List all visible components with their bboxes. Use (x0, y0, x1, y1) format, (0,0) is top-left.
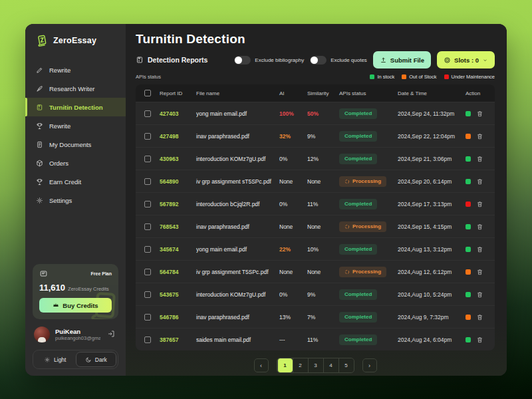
action-cell (466, 313, 495, 321)
buy-credits-button[interactable]: Buy Credits (39, 298, 112, 313)
action-cell (466, 178, 495, 186)
credits-unit: ZeroEssay Credits (68, 286, 109, 292)
report-id[interactable]: 427403 (160, 110, 196, 117)
credit-card-icon (39, 269, 48, 278)
prev-page-button[interactable]: ‹ (254, 358, 269, 372)
toggle-switch[interactable] (310, 56, 327, 65)
page-button[interactable]: 5 (338, 358, 354, 372)
ai-percent: 0% (279, 291, 307, 298)
sidebar-item[interactable]: Orders (25, 154, 126, 172)
similarity-percent: None (307, 178, 339, 185)
api-stock-indicator (466, 201, 471, 207)
page-title: Turnitin Detection (136, 32, 495, 47)
report-id[interactable]: 427498 (160, 133, 196, 140)
theme-light-label: Light (54, 356, 66, 363)
sidebar-item-icon (36, 197, 43, 204)
api-stock-indicator (466, 292, 471, 297)
row-checkbox[interactable] (144, 201, 151, 207)
reports-table: Report ID File name AI Similarity APIs s… (136, 84, 495, 350)
date-time: 2024,Aug 13, 3:12pm (398, 246, 466, 253)
delete-button[interactable] (476, 223, 483, 231)
api-stock-indicator (466, 224, 471, 229)
report-id[interactable]: 564890 (160, 178, 196, 185)
row-checkbox[interactable] (144, 246, 151, 253)
page-button[interactable]: 3 (308, 358, 323, 372)
row-checkbox[interactable] (144, 223, 151, 230)
delete-button[interactable] (476, 110, 483, 118)
sidebar-item[interactable]: Rewrite (25, 61, 126, 79)
sidebar-item[interactable]: Research Writer (25, 79, 126, 98)
status-label: Completed (344, 246, 372, 252)
status-badge: Completed (339, 289, 377, 300)
report-id[interactable]: 543675 (160, 291, 196, 298)
submit-file-button[interactable]: Submit File (373, 51, 431, 68)
file-name: interoduction bCjql2R.pdf (196, 201, 279, 207)
sidebar-item[interactable]: Rewrite (25, 116, 126, 135)
table-row: 543675 interoduction KOMz7gU.pdf 0% 9% C… (136, 283, 495, 305)
delete-button[interactable] (476, 245, 483, 253)
report-id[interactable]: 430963 (160, 156, 196, 162)
page-button[interactable]: 2 (293, 358, 308, 372)
spinner-icon (344, 179, 350, 184)
row-checkbox[interactable] (144, 178, 151, 185)
delete-button[interactable] (476, 268, 483, 276)
file-name: interoduction KOMz7gU.pdf (196, 291, 279, 298)
report-id[interactable]: 387657 (160, 336, 196, 343)
row-checkbox[interactable] (144, 314, 151, 321)
plan-badge: Free Plan (90, 271, 112, 276)
row-checkbox[interactable] (144, 133, 151, 140)
delete-button[interactable] (476, 336, 483, 344)
report-id[interactable]: 567892 (160, 201, 196, 207)
delete-button[interactable] (476, 291, 483, 299)
status-label: Completed (344, 291, 372, 297)
theme-dark-button[interactable]: Dark (76, 352, 117, 367)
select-all-checkbox[interactable] (144, 90, 151, 96)
delete-button[interactable] (476, 155, 483, 163)
slots-dropdown-button[interactable]: Slots : 0 (437, 51, 495, 68)
report-id[interactable]: 768543 (160, 223, 196, 230)
delete-button[interactable] (476, 313, 483, 321)
app-window: ZeroEssay Rewrite Research Writer Turnit… (25, 24, 507, 376)
row-checkbox[interactable] (144, 291, 151, 298)
file-name: iv grp assignment T5SPc.pdf (196, 269, 279, 275)
toggle-switch[interactable] (234, 56, 251, 65)
sidebar-item[interactable]: Earn Credit (25, 172, 126, 191)
file-name: inav paraphrased.pdf (196, 223, 279, 230)
date-time: 2024,Sep 20, 6:14pm (398, 178, 466, 185)
row-checkbox[interactable] (144, 110, 151, 117)
spinner-icon (344, 224, 350, 229)
page-button[interactable]: 1 (277, 358, 293, 372)
report-id[interactable]: 564784 (160, 269, 196, 275)
trash-icon (476, 268, 483, 276)
similarity-percent: 9% (307, 291, 339, 298)
logo: ZeroEssay (25, 24, 126, 51)
report-id[interactable]: 546786 (160, 314, 196, 321)
page-numbers: 1 2 3 4 5 (277, 358, 354, 373)
sidebar-item[interactable]: Turnitin Detection (25, 98, 126, 116)
delete-button[interactable] (476, 200, 483, 208)
row-checkbox[interactable] (144, 156, 151, 162)
action-cell (466, 200, 495, 208)
api-stock-indicator (466, 134, 471, 139)
row-checkbox[interactable] (144, 269, 151, 275)
delete-button[interactable] (476, 132, 483, 140)
toggle-label: Exclude bibliography (255, 57, 304, 63)
column-header: Action (466, 90, 495, 96)
controls-row: Detection Reports Exclude bibliography E… (136, 51, 495, 68)
logout-button[interactable] (106, 329, 116, 341)
status-label: Processing (352, 178, 381, 184)
next-page-button[interactable]: › (362, 358, 377, 372)
report-id[interactable]: 345674 (160, 246, 196, 253)
table-row: 564890 iv grp assignment sT5SPc.pdf None… (136, 170, 495, 192)
page-button[interactable]: 4 (323, 358, 338, 372)
trash-icon (476, 132, 483, 140)
delete-button[interactable] (476, 178, 483, 186)
sidebar-item[interactable]: Settings (25, 191, 126, 209)
trash-icon (476, 223, 483, 231)
sidebar-item[interactable]: My Documents (25, 135, 126, 154)
status-badge: Completed (339, 334, 377, 345)
row-checkbox[interactable] (144, 336, 151, 343)
similarity-percent: 11% (307, 201, 339, 207)
similarity-percent: 7% (307, 314, 339, 321)
theme-light-button[interactable]: Light (35, 352, 76, 367)
